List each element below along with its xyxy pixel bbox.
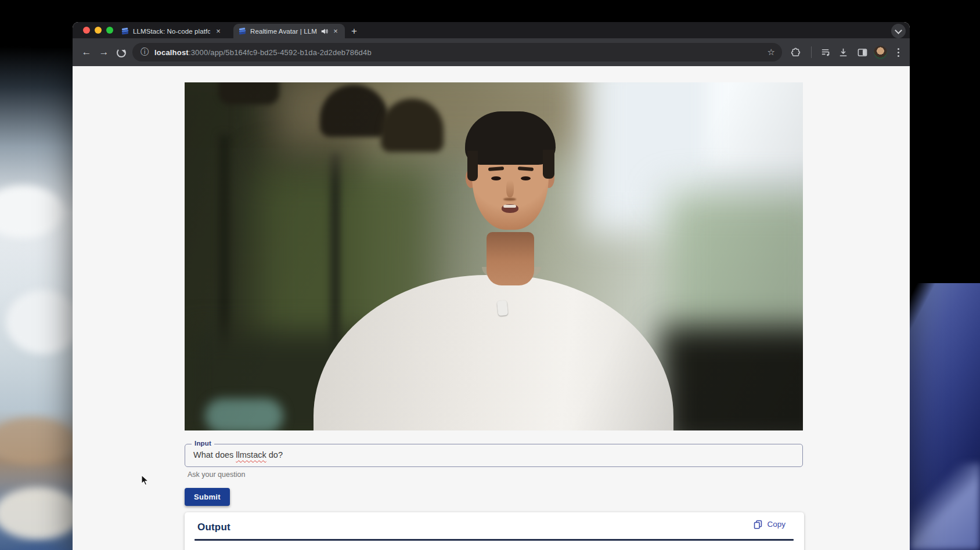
bookmark-star-icon[interactable]: ☆ xyxy=(768,47,775,57)
avatar-video[interactable] xyxy=(185,82,803,430)
close-window-button[interactable] xyxy=(83,27,90,34)
more-menu-icon[interactable] xyxy=(891,45,905,59)
media-controls-icon[interactable] xyxy=(819,45,833,59)
zoom-window-button[interactable] xyxy=(106,27,113,34)
downloads-icon[interactable] xyxy=(836,45,850,59)
input-label: Input xyxy=(192,440,214,447)
output-title: Output xyxy=(197,522,230,533)
profile-avatar[interactable] xyxy=(874,46,887,59)
llmstack-favicon-icon xyxy=(238,27,247,35)
tab-realtime-avatar[interactable]: Realtime Avatar | LLMStac × xyxy=(233,24,345,38)
minimize-window-button[interactable] xyxy=(95,27,102,34)
new-tab-button[interactable]: + xyxy=(348,25,361,38)
url-text: localhost:3000/app/5b164fc9-bd25-4592-b1… xyxy=(154,48,372,57)
tab-llmstack-platform[interactable]: LLMStack: No-code platform × xyxy=(116,24,228,38)
submit-button[interactable]: Submit xyxy=(185,488,230,506)
tab-title: Realtime Avatar | LLMStac xyxy=(250,28,317,35)
copy-icon xyxy=(753,519,763,529)
llmstack-favicon-icon xyxy=(121,27,129,35)
close-icon[interactable]: × xyxy=(331,27,340,36)
chevron-down-icon xyxy=(895,27,902,34)
site-info-icon[interactable]: ⓘ xyxy=(140,47,149,57)
earth-glow-right xyxy=(910,463,980,550)
reload-button[interactable] xyxy=(114,45,128,59)
output-card: Output Copy xyxy=(185,512,804,550)
close-icon[interactable]: × xyxy=(214,27,223,36)
browser-toolbar: ← → ⓘ localhost:3000/app/5b164fc9-bd25-4… xyxy=(73,38,910,66)
audio-playing-icon[interactable] xyxy=(320,27,329,35)
toolbar-separator xyxy=(811,46,812,58)
back-button[interactable]: ← xyxy=(80,45,93,59)
extensions-icon[interactable] xyxy=(788,45,802,59)
input-helper-text: Ask your question xyxy=(188,471,245,479)
input-value: What does llmstack do? xyxy=(193,450,283,459)
mouse-cursor xyxy=(141,475,150,486)
copy-label: Copy xyxy=(767,520,786,529)
browser-window: LLMStack: No-code platform × Realtime Av… xyxy=(73,22,910,550)
side-panel-icon[interactable] xyxy=(855,45,869,59)
tab-strip: LLMStack: No-code platform × Realtime Av… xyxy=(73,22,910,38)
tab-overview-button[interactable] xyxy=(891,24,906,38)
output-divider xyxy=(194,539,794,541)
misspelled-word: llmstack xyxy=(236,450,266,459)
earth-clouds-left xyxy=(0,46,74,550)
address-bar[interactable]: ⓘ localhost:3000/app/5b164fc9-bd25-4592-… xyxy=(132,43,782,61)
web-page: Input What does llmstack do? Ask your qu… xyxy=(73,66,910,550)
tab-title: LLMStack: No-code platform xyxy=(133,28,210,35)
forward-button[interactable]: → xyxy=(97,45,111,59)
copy-button[interactable]: Copy xyxy=(750,519,789,530)
question-input[interactable]: Input What does llmstack do? xyxy=(185,444,803,467)
